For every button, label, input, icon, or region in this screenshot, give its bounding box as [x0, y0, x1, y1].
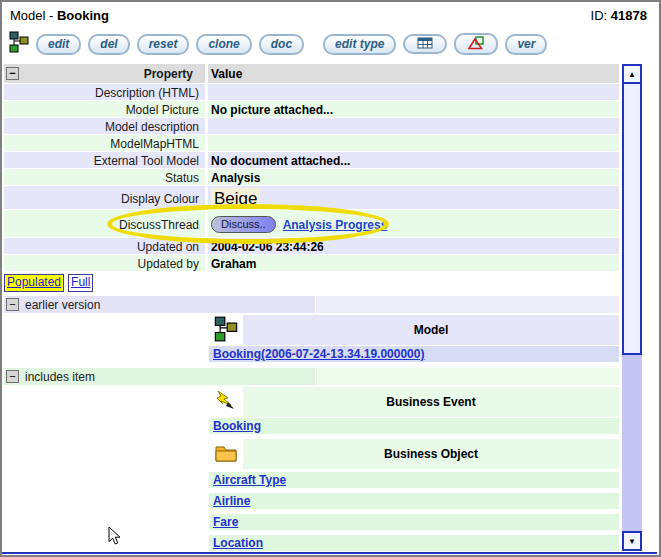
group-type-label: Model: [243, 315, 619, 345]
section-label: earlier version: [25, 298, 100, 312]
list-item: Location: [209, 535, 619, 551]
table-row-display-colour: Display Colour Beige: [4, 186, 619, 209]
property-value: No document attached...: [208, 152, 619, 168]
property-label: Model Picture: [4, 101, 205, 117]
delete-button[interactable]: del: [88, 34, 129, 55]
populated-link[interactable]: Populated: [7, 275, 61, 289]
model-icon: [214, 316, 238, 345]
discuss-button[interactable]: Discuss..: [211, 216, 276, 233]
section-includes-item: − includes item: [4, 368, 619, 385]
record-id: ID: 41878: [591, 8, 647, 23]
property-label: Display Colour: [4, 186, 205, 209]
property-value: No picture attached...: [208, 101, 619, 117]
group-header-business-object: Business Object: [209, 439, 619, 469]
scroll-down-button[interactable]: ▼: [622, 531, 642, 551]
collapse-properties-button[interactable]: −: [6, 67, 19, 80]
edit-button[interactable]: edit: [36, 34, 81, 55]
ver-button[interactable]: ver: [505, 34, 547, 55]
populated-toggle[interactable]: Populated: [4, 274, 64, 292]
page-title-name: Booking: [57, 8, 109, 23]
property-label: Description (HTML): [4, 84, 205, 100]
business-object-airline-link[interactable]: Airline: [213, 494, 250, 508]
scrollbar-thumb[interactable]: [622, 84, 642, 355]
display-colour-value: Beige: [211, 188, 260, 209]
record-id-value: 41878: [611, 8, 647, 23]
bottom-border-line: [2, 552, 657, 554]
page-title-prefix: Model -: [10, 8, 57, 23]
property-label: DiscussThread: [4, 210, 205, 237]
clone-button[interactable]: clone: [196, 34, 251, 55]
section-label: includes item: [25, 370, 95, 384]
table-grid-icon: [417, 38, 433, 52]
table-row-description-html: Description (HTML): [4, 84, 619, 100]
group-header-model: Model: [209, 315, 619, 345]
property-column-header: Property: [21, 67, 199, 81]
lightning-icon: [215, 390, 237, 415]
analysis-progress-link[interactable]: Analysis Progress: [283, 218, 388, 232]
table-row-external-tool-model: External Tool Model No document attached…: [4, 152, 619, 168]
vertical-scrollbar: ▲ ▼: [622, 64, 642, 551]
folder-icon: [215, 444, 237, 465]
list-item: Aircraft Type: [209, 472, 619, 488]
full-toggle[interactable]: Full: [68, 274, 93, 292]
collapse-earlier-version-button[interactable]: −: [6, 298, 19, 311]
titlebar: Model - Booking ID: 41878: [10, 8, 647, 23]
property-table-header: − Property Value: [4, 64, 619, 83]
list-item: Airline: [209, 493, 619, 509]
list-item: Booking: [209, 418, 619, 434]
table-row-modelmaphtml: ModelMapHTML: [4, 135, 619, 151]
group-type-label: Business Object: [243, 439, 619, 469]
table-row-status: Status Analysis: [4, 169, 619, 185]
business-object-aircraft-type-link[interactable]: Aircraft Type: [213, 473, 286, 487]
section-earlier-version: − earlier version: [4, 296, 619, 313]
table-row-model-picture: Model Picture No picture attached...: [4, 101, 619, 117]
property-label: Updated by: [4, 255, 205, 271]
app-window: Model - Booking ID: 41878 edit del reset…: [0, 0, 661, 557]
page-title: Model - Booking: [10, 8, 109, 23]
property-value: Analysis: [208, 169, 619, 185]
property-value: Graham: [208, 255, 619, 271]
property-label: Updated on: [4, 238, 205, 254]
toolbar: edit del reset clone doc edit type ve: [9, 31, 547, 57]
delta-compare-button[interactable]: [454, 33, 498, 55]
business-event-booking-link[interactable]: Booking: [213, 419, 261, 433]
view-toggles: Populated Full: [4, 274, 619, 292]
value-column-header: Value: [208, 64, 619, 83]
table-row-updated-on: Updated on 2004-02-06 23:44:26: [4, 238, 619, 254]
table-row-discussthread: DiscussThread Discuss.. Analysis Progres…: [4, 210, 619, 237]
property-label: Model description: [4, 118, 205, 134]
property-value: [208, 135, 619, 151]
group-header-business-event: Business Event: [209, 387, 619, 417]
model-icon: [9, 31, 29, 57]
scroll-up-button[interactable]: ▲: [622, 64, 642, 84]
earlier-version-booking-link[interactable]: Booking(2006-07-24-13.34.19.000000): [213, 347, 424, 361]
group-type-label: Business Event: [243, 387, 619, 417]
reset-button[interactable]: reset: [137, 34, 190, 55]
full-link[interactable]: Full: [71, 275, 90, 289]
collapse-includes-item-button[interactable]: −: [6, 370, 19, 383]
business-object-fare-link[interactable]: Fare: [213, 515, 238, 529]
property-value: [208, 118, 619, 134]
list-item: Booking(2006-07-24-13.34.19.000000): [209, 346, 619, 362]
edit-type-button[interactable]: edit type: [323, 34, 396, 55]
property-label: ModelMapHTML: [4, 135, 205, 151]
table-grid-button[interactable]: [403, 34, 447, 54]
property-label: External Tool Model: [4, 152, 205, 168]
table-row-updated-by: Updated by Graham: [4, 255, 619, 271]
delta-compare-icon: [468, 39, 484, 53]
table-row-model-description: Model description: [4, 118, 619, 134]
property-label: Status: [4, 169, 205, 185]
business-object-location-link[interactable]: Location: [213, 536, 263, 550]
list-item: Fare: [209, 514, 619, 530]
doc-button[interactable]: doc: [259, 34, 304, 55]
property-value: [208, 84, 619, 100]
record-id-label: ID:: [591, 8, 611, 23]
property-value: 2004-02-06 23:44:26: [208, 238, 619, 254]
scrollbar-track[interactable]: [622, 355, 642, 531]
main-content: − Property Value Description (HTML) Mode…: [4, 64, 619, 556]
